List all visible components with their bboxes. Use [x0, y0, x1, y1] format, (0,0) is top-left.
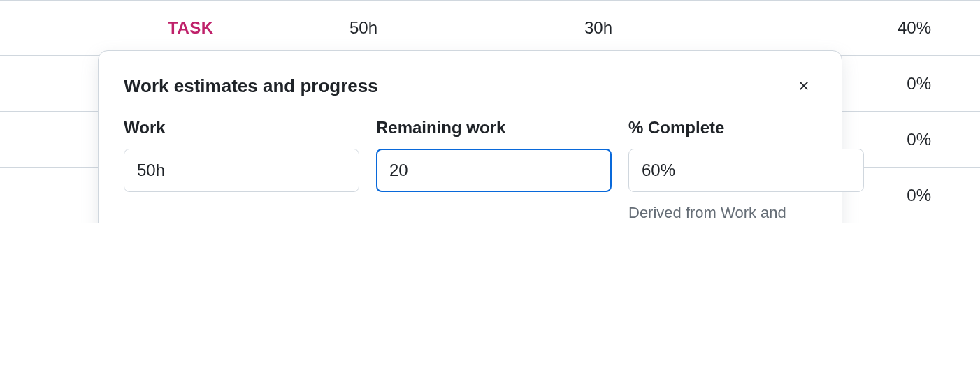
work-cell: 50h [336, 1, 570, 55]
work-input[interactable] [124, 149, 359, 192]
popover-header: Work estimates and progress [124, 73, 816, 98]
percent-input[interactable] [628, 149, 864, 192]
percent-field-group: % Complete Derived from Work and Remaini… [628, 118, 864, 223]
work-estimates-popover: Work estimates and progress Work Remaini… [98, 50, 842, 223]
percent-label: % Complete [628, 118, 864, 138]
percent-cell: 0% [842, 56, 980, 111]
work-field-group: Work [124, 118, 359, 223]
table-row: TASK 50h 30h 40% [0, 0, 980, 56]
form-row: Work Remaining work % Complete Derived f… [124, 118, 816, 223]
percent-cell: 40% [842, 1, 980, 55]
remaining-label: Remaining work [376, 118, 612, 138]
close-icon [797, 79, 811, 93]
remaining-input[interactable] [376, 149, 612, 192]
percent-helper-text: Derived from Work and Remaining work. [628, 202, 864, 223]
work-label: Work [124, 118, 359, 138]
close-button[interactable] [791, 73, 816, 98]
popover-title: Work estimates and progress [124, 75, 378, 97]
remaining-field-group: Remaining work [376, 118, 612, 223]
remaining-cell[interactable]: 30h [570, 0, 842, 55]
task-link[interactable]: TASK [0, 1, 336, 55]
